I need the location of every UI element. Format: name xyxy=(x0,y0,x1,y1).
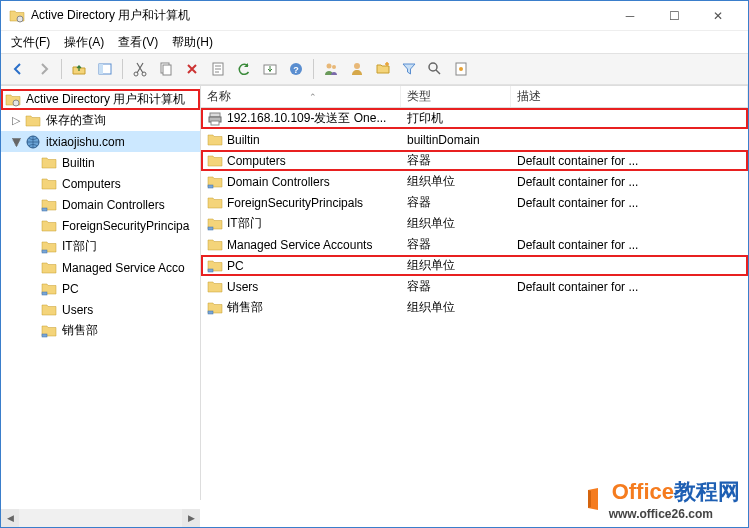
row-name: Computers xyxy=(227,154,286,168)
delete-button[interactable] xyxy=(181,58,203,80)
table-row[interactable]: PC组织单位 xyxy=(201,255,748,276)
watermark-url: www.office26.com xyxy=(609,507,740,521)
column-desc[interactable]: 描述 xyxy=(511,86,748,107)
cut-button[interactable] xyxy=(129,58,151,80)
tree-label: IT部门 xyxy=(62,238,97,255)
tree-item[interactable]: PC xyxy=(1,278,200,299)
tree-label: ForeignSecurityPrincipa xyxy=(62,219,189,233)
menu-file[interactable]: 文件(F) xyxy=(11,34,50,51)
table-row[interactable]: Computers容器Default container for ... xyxy=(201,150,748,171)
row-name: Managed Service Accounts xyxy=(227,238,372,252)
find-button[interactable] xyxy=(424,58,446,80)
table-row[interactable]: 销售部组织单位 xyxy=(201,297,748,318)
table-row[interactable]: 192.168.10.109-发送至 One...打印机 xyxy=(201,108,748,129)
menu-help[interactable]: 帮助(H) xyxy=(172,34,213,51)
row-name: ForeignSecurityPrincipals xyxy=(227,196,363,210)
properties-button[interactable] xyxy=(207,58,229,80)
folder-icon xyxy=(207,237,223,253)
row-name: 销售部 xyxy=(227,299,263,316)
filter-button[interactable] xyxy=(398,58,420,80)
tree-root[interactable]: Active Directory 用户和计算机 xyxy=(1,89,200,110)
sort-indicator-icon: ⌃ xyxy=(309,92,317,102)
tree-label: Builtin xyxy=(62,156,95,170)
menu-action[interactable]: 操作(A) xyxy=(64,34,104,51)
row-type: 容器 xyxy=(401,194,511,211)
copy-button[interactable] xyxy=(155,58,177,80)
folder-icon xyxy=(25,113,41,129)
tree-label: Users xyxy=(62,303,93,317)
tree-label: Managed Service Acco xyxy=(62,261,185,275)
table-row[interactable]: BuiltinbuiltinDomain xyxy=(201,129,748,150)
tree-item[interactable]: Builtin xyxy=(1,152,200,173)
up-button[interactable] xyxy=(68,58,90,80)
printer-icon xyxy=(207,111,223,127)
tree-label: 销售部 xyxy=(62,322,98,339)
table-row[interactable]: ForeignSecurityPrincipals容器Default conta… xyxy=(201,192,748,213)
row-desc: Default container for ... xyxy=(511,196,748,210)
new-user-button[interactable] xyxy=(346,58,368,80)
row-type: 容器 xyxy=(401,236,511,253)
tree-item[interactable]: 销售部 xyxy=(1,320,200,341)
new-ou-button[interactable] xyxy=(372,58,394,80)
row-type: 组织单位 xyxy=(401,257,511,274)
table-row[interactable]: Domain Controllers组织单位Default container … xyxy=(201,171,748,192)
back-button[interactable] xyxy=(7,58,29,80)
office-logo-icon xyxy=(582,487,606,511)
ou-icon xyxy=(41,281,57,297)
options-button[interactable] xyxy=(450,58,472,80)
row-type: 容器 xyxy=(401,152,511,169)
folder-icon xyxy=(207,153,223,169)
help-button[interactable] xyxy=(285,58,307,80)
column-type[interactable]: 类型 xyxy=(401,86,511,107)
row-desc: Default container for ... xyxy=(511,154,748,168)
table-row[interactable]: Users容器Default container for ... xyxy=(201,276,748,297)
maximize-button[interactable]: ☐ xyxy=(652,2,696,30)
row-name: IT部门 xyxy=(227,215,262,232)
ou-icon xyxy=(207,300,223,316)
tree-item[interactable]: IT部门 xyxy=(1,236,200,257)
ou-icon xyxy=(41,239,57,255)
ou-icon xyxy=(41,197,57,213)
table-row[interactable]: Managed Service Accounts容器Default contai… xyxy=(201,234,748,255)
row-name: 192.168.10.109-发送至 One... xyxy=(227,110,386,127)
row-desc: Default container for ... xyxy=(511,175,748,189)
ou-icon xyxy=(41,323,57,339)
refresh-button[interactable] xyxy=(233,58,255,80)
ad-icon xyxy=(5,92,21,108)
tree-label: Computers xyxy=(62,177,121,191)
close-button[interactable]: ✕ xyxy=(696,2,740,30)
folder-icon xyxy=(41,218,57,234)
folder-icon xyxy=(41,260,57,276)
tree-saved-queries[interactable]: ▷ 保存的查询 xyxy=(1,110,200,131)
row-name: Users xyxy=(227,280,258,294)
export-button[interactable] xyxy=(259,58,281,80)
collapse-icon[interactable]: ⯆ xyxy=(9,136,23,148)
row-type: 容器 xyxy=(401,278,511,295)
tree-item[interactable]: Managed Service Acco xyxy=(1,257,200,278)
ou-icon xyxy=(207,258,223,274)
tree-item[interactable]: Domain Controllers xyxy=(1,194,200,215)
show-pane-button[interactable] xyxy=(94,58,116,80)
row-type: 组织单位 xyxy=(401,173,511,190)
tree-label: PC xyxy=(62,282,79,296)
row-name: Builtin xyxy=(227,133,260,147)
folder-icon xyxy=(41,176,57,192)
list-pane[interactable]: 名称⌃ 类型 描述 192.168.10.109-发送至 One...打印机Bu… xyxy=(201,86,748,500)
table-row[interactable]: IT部门组织单位 xyxy=(201,213,748,234)
row-type: 组织单位 xyxy=(401,299,511,316)
tree-item[interactable]: Users xyxy=(1,299,200,320)
new-users-button[interactable] xyxy=(320,58,342,80)
tree-domain[interactable]: ⯆ itxiaojishu.com xyxy=(1,131,200,152)
tree-pane[interactable]: Active Directory 用户和计算机 ▷ 保存的查询 ⯆ itxiao… xyxy=(1,86,201,500)
minimize-button[interactable]: ─ xyxy=(608,2,652,30)
column-name[interactable]: 名称⌃ xyxy=(201,86,401,107)
tree-label: 保存的查询 xyxy=(46,112,106,129)
row-type: 打印机 xyxy=(401,110,511,127)
tree-item[interactable]: ForeignSecurityPrincipa xyxy=(1,215,200,236)
row-type: 组织单位 xyxy=(401,215,511,232)
expand-icon[interactable]: ▷ xyxy=(9,114,23,127)
window-title: Active Directory 用户和计算机 xyxy=(31,7,608,24)
tree-item[interactable]: Computers xyxy=(1,173,200,194)
tree-label: itxiaojishu.com xyxy=(46,135,125,149)
menu-view[interactable]: 查看(V) xyxy=(118,34,158,51)
